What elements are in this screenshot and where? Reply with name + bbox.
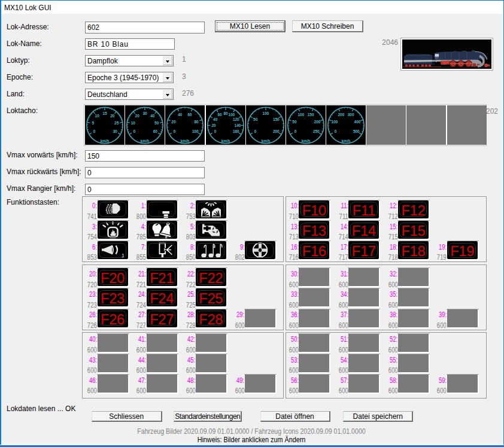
svg-text:80: 80 <box>194 120 199 124</box>
svg-text:20: 20 <box>211 123 216 127</box>
svg-text:km/h: km/h <box>262 139 271 143</box>
svg-text:400: 400 <box>354 120 361 124</box>
svg-text:5: 5 <box>92 121 94 125</box>
svg-text:60: 60 <box>217 112 222 117</box>
svg-text:200: 200 <box>314 120 321 124</box>
svg-text:0: 0 <box>174 129 176 133</box>
svg-text:100: 100 <box>229 112 235 117</box>
svg-text:120: 120 <box>233 117 239 121</box>
svg-text:10: 10 <box>131 121 136 125</box>
svg-text:200: 200 <box>273 129 280 133</box>
svg-text:40: 40 <box>213 117 218 121</box>
svg-text:40: 40 <box>178 112 183 117</box>
svg-text:0: 0 <box>133 129 136 133</box>
svg-text:50: 50 <box>253 117 258 121</box>
svg-text:80: 80 <box>223 111 228 115</box>
svg-text:25: 25 <box>114 121 119 125</box>
svg-text:20: 20 <box>171 120 176 124</box>
svg-text:0: 0 <box>294 129 297 133</box>
svg-text:50: 50 <box>292 120 297 124</box>
svg-text:10: 10 <box>95 114 100 118</box>
svg-text:0: 0 <box>335 129 337 133</box>
svg-text:30: 30 <box>113 129 118 133</box>
svg-text:km/h: km/h <box>141 139 150 143</box>
svg-text:20: 20 <box>110 114 115 118</box>
svg-text:150: 150 <box>273 117 280 121</box>
svg-text:60: 60 <box>188 112 193 117</box>
svg-text:20: 20 <box>135 114 140 118</box>
svg-text:500: 500 <box>353 129 360 133</box>
svg-text:40: 40 <box>150 114 155 118</box>
svg-text:150: 150 <box>308 112 314 117</box>
svg-text:200: 200 <box>338 112 344 117</box>
svg-text:100: 100 <box>263 111 269 115</box>
svg-text:100: 100 <box>192 129 199 133</box>
svg-text:250: 250 <box>313 129 320 133</box>
svg-text:100: 100 <box>332 120 338 124</box>
svg-text:1: 1 <box>122 253 125 259</box>
svg-text:0: 0 <box>93 129 96 133</box>
svg-text:50: 50 <box>154 121 159 125</box>
svg-text:km/h: km/h <box>221 139 230 143</box>
svg-text:160: 160 <box>233 129 239 133</box>
svg-text:km/h: km/h <box>302 139 311 143</box>
svg-text:0: 0 <box>214 129 217 133</box>
svg-text:140: 140 <box>235 123 241 127</box>
svg-text:km/h: km/h <box>342 139 351 143</box>
svg-text:km/h: km/h <box>101 139 110 143</box>
svg-text:300: 300 <box>348 112 354 117</box>
svg-text:100: 100 <box>297 112 304 117</box>
svg-text:30: 30 <box>142 111 147 115</box>
svg-text:15: 15 <box>102 111 107 115</box>
svg-text:60: 60 <box>153 129 158 133</box>
svg-text:km/h: km/h <box>181 139 190 143</box>
svg-text:0: 0 <box>254 129 257 133</box>
